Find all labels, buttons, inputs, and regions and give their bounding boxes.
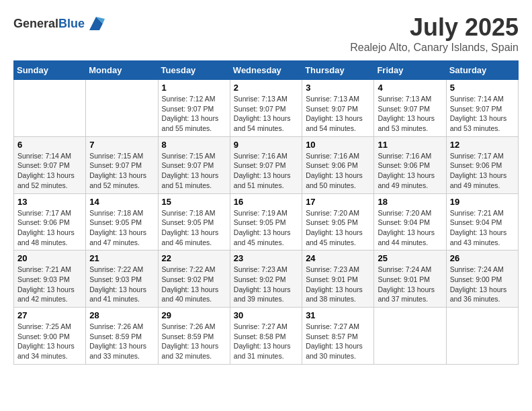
calendar-cell: 15Sunrise: 7:18 AMSunset: 9:05 PMDayligh… <box>158 193 230 250</box>
day-info: Sunrise: 7:27 AMSunset: 8:57 PMDaylight:… <box>306 322 370 361</box>
calendar-cell: 10Sunrise: 7:16 AMSunset: 9:06 PMDayligh… <box>302 136 374 193</box>
day-number: 2 <box>234 83 298 93</box>
day-number: 31 <box>306 310 370 320</box>
day-info: Sunrise: 7:13 AMSunset: 9:07 PMDaylight:… <box>234 94 298 134</box>
day-info: Sunrise: 7:21 AMSunset: 9:04 PMDaylight:… <box>450 208 515 248</box>
calendar-cell: 18Sunrise: 7:20 AMSunset: 9:04 PMDayligh… <box>374 193 446 250</box>
day-number: 10 <box>306 140 370 150</box>
calendar-cell: 17Sunrise: 7:20 AMSunset: 9:05 PMDayligh… <box>302 193 374 250</box>
day-info: Sunrise: 7:12 AMSunset: 9:07 PMDaylight:… <box>162 94 226 134</box>
day-number: 28 <box>89 310 154 320</box>
day-number: 17 <box>306 197 370 207</box>
weekday-header: Wednesday <box>230 61 302 80</box>
day-number: 26 <box>450 253 515 263</box>
calendar-cell: 30Sunrise: 7:27 AMSunset: 8:58 PMDayligh… <box>230 308 302 365</box>
day-number: 6 <box>17 140 82 150</box>
day-info: Sunrise: 7:14 AMSunset: 9:07 PMDaylight:… <box>450 94 515 134</box>
calendar-cell: 1Sunrise: 7:12 AMSunset: 9:07 PMDaylight… <box>158 80 230 137</box>
day-info: Sunrise: 7:17 AMSunset: 9:06 PMDaylight:… <box>450 151 515 191</box>
day-number: 20 <box>17 253 82 263</box>
day-info: Sunrise: 7:23 AMSunset: 9:01 PMDaylight:… <box>306 265 370 304</box>
day-info: Sunrise: 7:20 AMSunset: 9:05 PMDaylight:… <box>306 208 370 248</box>
weekday-header: Saturday <box>446 61 518 80</box>
logo-blue: Blue <box>58 17 85 30</box>
day-number: 24 <box>306 253 370 263</box>
calendar-cell: 27Sunrise: 7:25 AMSunset: 9:00 PMDayligh… <box>14 308 86 365</box>
calendar-cell: 6Sunrise: 7:14 AMSunset: 9:07 PMDaylight… <box>14 136 86 193</box>
calendar-cell <box>446 308 518 365</box>
day-info: Sunrise: 7:26 AMSunset: 8:59 PMDaylight:… <box>162 322 226 361</box>
calendar-cell: 9Sunrise: 7:16 AMSunset: 9:07 PMDaylight… <box>230 136 302 193</box>
calendar-week-row: 1Sunrise: 7:12 AMSunset: 9:07 PMDaylight… <box>14 80 519 137</box>
weekday-header: Monday <box>86 61 158 80</box>
calendar-week-row: 13Sunrise: 7:17 AMSunset: 9:06 PMDayligh… <box>14 193 519 250</box>
day-number: 23 <box>234 253 298 263</box>
calendar-cell: 16Sunrise: 7:19 AMSunset: 9:05 PMDayligh… <box>230 193 302 250</box>
calendar-cell: 29Sunrise: 7:26 AMSunset: 8:59 PMDayligh… <box>158 308 230 365</box>
day-number: 21 <box>89 253 154 263</box>
calendar-cell: 14Sunrise: 7:18 AMSunset: 9:05 PMDayligh… <box>86 193 158 250</box>
calendar-header-row: SundayMondayTuesdayWednesdayThursdayFrid… <box>14 61 519 80</box>
day-number: 15 <box>162 197 226 207</box>
day-info: Sunrise: 7:27 AMSunset: 8:58 PMDaylight:… <box>234 322 298 361</box>
day-number: 1 <box>162 83 226 93</box>
calendar-cell: 26Sunrise: 7:24 AMSunset: 9:00 PMDayligh… <box>446 250 518 308</box>
logo-general: General <box>13 17 58 30</box>
day-number: 22 <box>162 253 226 263</box>
day-number: 7 <box>89 140 154 150</box>
day-number: 5 <box>450 83 515 93</box>
day-info: Sunrise: 7:14 AMSunset: 9:07 PMDaylight:… <box>17 151 82 191</box>
calendar-cell: 13Sunrise: 7:17 AMSunset: 9:06 PMDayligh… <box>14 193 86 250</box>
weekday-header: Thursday <box>302 61 374 80</box>
month-title: July 2025 <box>350 13 519 42</box>
day-info: Sunrise: 7:15 AMSunset: 9:07 PMDaylight:… <box>89 151 154 191</box>
day-info: Sunrise: 7:18 AMSunset: 9:05 PMDaylight:… <box>162 208 226 248</box>
day-info: Sunrise: 7:16 AMSunset: 9:07 PMDaylight:… <box>234 151 298 191</box>
title-block: July 2025 Realejo Alto, Canary Islands, … <box>350 13 519 54</box>
day-number: 9 <box>234 140 298 150</box>
day-number: 25 <box>378 253 442 263</box>
calendar-cell <box>14 80 86 137</box>
calendar-cell: 22Sunrise: 7:22 AMSunset: 9:02 PMDayligh… <box>158 250 230 308</box>
calendar-cell: 25Sunrise: 7:24 AMSunset: 9:01 PMDayligh… <box>374 250 446 308</box>
day-number: 18 <box>378 197 442 207</box>
day-info: Sunrise: 7:16 AMSunset: 9:06 PMDaylight:… <box>378 151 442 191</box>
day-info: Sunrise: 7:19 AMSunset: 9:05 PMDaylight:… <box>234 208 298 248</box>
day-number: 30 <box>234 310 298 320</box>
calendar-cell: 8Sunrise: 7:15 AMSunset: 9:07 PMDaylight… <box>158 136 230 193</box>
day-number: 4 <box>378 83 442 93</box>
location-title: Realejo Alto, Canary Islands, Spain <box>350 42 519 54</box>
calendar-cell: 19Sunrise: 7:21 AMSunset: 9:04 PMDayligh… <box>446 193 518 250</box>
day-info: Sunrise: 7:15 AMSunset: 9:07 PMDaylight:… <box>162 151 226 191</box>
calendar-cell: 23Sunrise: 7:23 AMSunset: 9:02 PMDayligh… <box>230 250 302 308</box>
calendar-cell: 11Sunrise: 7:16 AMSunset: 9:06 PMDayligh… <box>374 136 446 193</box>
page-header: GeneralBlue July 2025 Realejo Alto, Cana… <box>13 13 519 54</box>
weekday-header: Friday <box>374 61 446 80</box>
day-info: Sunrise: 7:26 AMSunset: 8:59 PMDaylight:… <box>89 322 154 361</box>
day-info: Sunrise: 7:20 AMSunset: 9:04 PMDaylight:… <box>378 208 442 248</box>
day-info: Sunrise: 7:25 AMSunset: 9:00 PMDaylight:… <box>17 322 82 361</box>
day-number: 19 <box>450 197 515 207</box>
calendar-week-row: 27Sunrise: 7:25 AMSunset: 9:00 PMDayligh… <box>14 308 519 365</box>
calendar-week-row: 20Sunrise: 7:21 AMSunset: 9:03 PMDayligh… <box>14 250 519 308</box>
day-info: Sunrise: 7:24 AMSunset: 9:01 PMDaylight:… <box>378 265 442 304</box>
calendar-table: SundayMondayTuesdayWednesdayThursdayFrid… <box>13 60 519 365</box>
day-number: 16 <box>234 197 298 207</box>
calendar-cell: 20Sunrise: 7:21 AMSunset: 9:03 PMDayligh… <box>14 250 86 308</box>
day-info: Sunrise: 7:13 AMSunset: 9:07 PMDaylight:… <box>306 94 370 134</box>
calendar-cell: 5Sunrise: 7:14 AMSunset: 9:07 PMDaylight… <box>446 80 518 137</box>
calendar-cell: 3Sunrise: 7:13 AMSunset: 9:07 PMDaylight… <box>302 80 374 137</box>
day-info: Sunrise: 7:16 AMSunset: 9:06 PMDaylight:… <box>306 151 370 191</box>
calendar-cell: 28Sunrise: 7:26 AMSunset: 8:59 PMDayligh… <box>86 308 158 365</box>
day-info: Sunrise: 7:21 AMSunset: 9:03 PMDaylight:… <box>17 265 82 304</box>
calendar-cell: 24Sunrise: 7:23 AMSunset: 9:01 PMDayligh… <box>302 250 374 308</box>
day-info: Sunrise: 7:24 AMSunset: 9:00 PMDaylight:… <box>450 265 515 304</box>
calendar-cell <box>374 308 446 365</box>
calendar-cell: 31Sunrise: 7:27 AMSunset: 8:57 PMDayligh… <box>302 308 374 365</box>
day-info: Sunrise: 7:17 AMSunset: 9:06 PMDaylight:… <box>17 208 82 248</box>
logo-icon <box>86 13 106 34</box>
calendar-cell: 21Sunrise: 7:22 AMSunset: 9:03 PMDayligh… <box>86 250 158 308</box>
day-info: Sunrise: 7:18 AMSunset: 9:05 PMDaylight:… <box>89 208 154 248</box>
calendar-cell: 2Sunrise: 7:13 AMSunset: 9:07 PMDaylight… <box>230 80 302 137</box>
calendar-week-row: 6Sunrise: 7:14 AMSunset: 9:07 PMDaylight… <box>14 136 519 193</box>
